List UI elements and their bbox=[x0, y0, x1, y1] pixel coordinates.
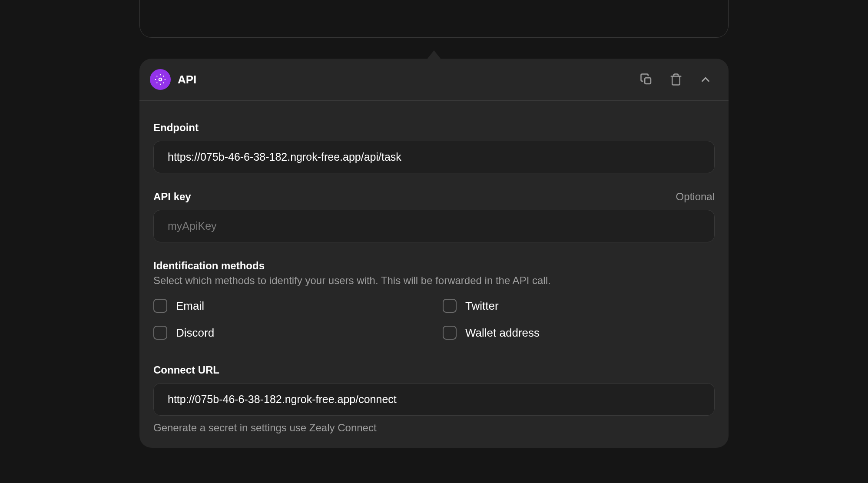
identification-title: Identification methods bbox=[153, 260, 715, 272]
delete-button[interactable] bbox=[669, 73, 682, 86]
checkbox-item-wallet: Wallet address bbox=[443, 326, 715, 340]
copy-icon bbox=[640, 73, 653, 86]
checkbox-grid: Email Twitter Discord Wallet address bbox=[153, 299, 715, 340]
checkbox-label-discord: Discord bbox=[176, 326, 214, 340]
svg-rect-1 bbox=[645, 78, 651, 84]
trash-icon bbox=[669, 73, 682, 86]
header-actions bbox=[640, 73, 712, 86]
checkbox-label-wallet: Wallet address bbox=[465, 326, 540, 340]
endpoint-label: Endpoint bbox=[153, 122, 199, 134]
api-key-optional: Optional bbox=[676, 191, 715, 203]
api-key-field-group: API key Optional bbox=[153, 191, 715, 242]
checkbox-email[interactable] bbox=[153, 299, 167, 313]
gear-badge bbox=[150, 69, 171, 90]
card-header: API bbox=[139, 59, 729, 101]
collapse-button[interactable] bbox=[699, 73, 712, 86]
checkbox-item-discord: Discord bbox=[153, 326, 425, 340]
checkbox-item-twitter: Twitter bbox=[443, 299, 715, 313]
connect-url-help: Generate a secret in settings use Zealy … bbox=[153, 422, 715, 434]
gear-icon bbox=[155, 74, 166, 85]
identification-section: Identification methods Select which meth… bbox=[153, 260, 715, 340]
chevron-up-icon bbox=[699, 73, 712, 86]
connect-url-input[interactable] bbox=[153, 383, 715, 416]
card-connector bbox=[427, 50, 441, 59]
card-body: Endpoint API key Optional Identification… bbox=[139, 101, 729, 448]
checkbox-discord[interactable] bbox=[153, 326, 167, 340]
copy-button[interactable] bbox=[640, 73, 653, 86]
api-card: API bbox=[139, 59, 729, 448]
endpoint-input[interactable] bbox=[153, 141, 715, 173]
checkbox-twitter[interactable] bbox=[443, 299, 457, 313]
checkbox-label-twitter: Twitter bbox=[465, 299, 499, 313]
previous-card bbox=[139, 0, 729, 38]
checkbox-label-email: Email bbox=[176, 299, 204, 313]
checkbox-wallet[interactable] bbox=[443, 326, 457, 340]
svg-point-0 bbox=[159, 78, 162, 81]
identification-subtitle: Select which methods to identify your us… bbox=[153, 275, 715, 287]
api-key-input[interactable] bbox=[153, 210, 715, 242]
card-title: API bbox=[178, 73, 196, 86]
endpoint-field-group: Endpoint bbox=[153, 122, 715, 173]
connect-url-label: Connect URL bbox=[153, 364, 219, 376]
header-left: API bbox=[150, 69, 196, 90]
checkbox-item-email: Email bbox=[153, 299, 425, 313]
api-key-label: API key bbox=[153, 191, 191, 203]
connect-url-field-group: Connect URL Generate a secret in setting… bbox=[153, 364, 715, 434]
